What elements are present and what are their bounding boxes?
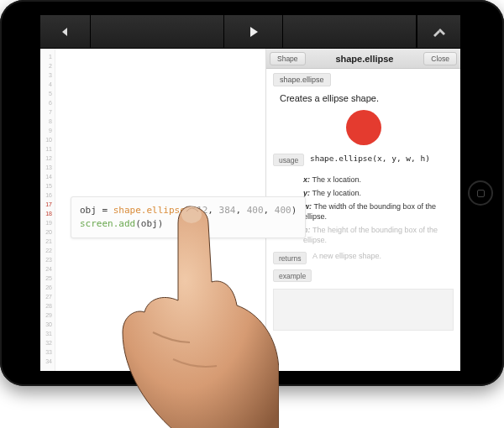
line-number: 21	[40, 237, 55, 246]
line-number: 4	[40, 80, 55, 89]
line-number: 10	[40, 135, 55, 144]
returns-tag: returns	[273, 252, 307, 264]
line-number: 34	[40, 357, 55, 366]
param-row: y: The y location.	[303, 188, 452, 198]
code-line: screen.add(obj)	[80, 217, 297, 231]
param-row: w: The width of the bounding box of the …	[303, 201, 452, 222]
line-number: 28	[40, 301, 55, 311]
line-number: 13	[40, 163, 55, 172]
line-number: 7	[40, 107, 55, 117]
line-number: 18	[40, 209, 55, 218]
doc-demo	[266, 107, 460, 154]
doc-breadcrumb: shape.ellipse	[266, 69, 460, 86]
line-number: 33	[40, 347, 55, 357]
doc-title: shape.ellipse	[309, 54, 421, 64]
line-number: 14	[40, 172, 55, 181]
doc-description: Creates a ellipse shape.	[266, 86, 460, 107]
toolbar-spacer-left	[91, 15, 224, 48]
tools-button[interactable]	[417, 15, 460, 48]
back-button[interactable]	[40, 15, 91, 48]
line-number: 8	[40, 117, 55, 126]
line-number: 12	[40, 154, 55, 163]
line-number: 25	[40, 274, 55, 283]
example-tag: example	[273, 269, 312, 282]
line-number: 2	[40, 61, 55, 70]
line-number: 6	[40, 98, 55, 107]
example-box	[273, 289, 454, 331]
play-button[interactable]	[224, 15, 283, 48]
line-number: 23	[40, 255, 55, 264]
param-row: h: The height of the bounding box of the…	[303, 225, 452, 245]
line-number: 17	[40, 200, 55, 209]
usage-signature: shape.ellipse(x, y, w, h)	[310, 154, 430, 163]
line-number: 16	[40, 191, 55, 200]
line-number: 15	[40, 181, 55, 191]
editor-pane[interactable]: 1234567891011121314151617181920212223242…	[40, 49, 265, 371]
line-number: 26	[40, 283, 55, 292]
param-row: x: The x location.	[303, 175, 452, 185]
code-snippet: obj = shape.ellipse(512, 384, 400, 400)s…	[71, 196, 306, 238]
tools-icon	[432, 26, 447, 38]
usage-section: usage shape.ellipse(x, y, w, h)	[266, 154, 460, 171]
breadcrumb-pill[interactable]: shape.ellipse	[273, 73, 331, 86]
line-number: 19	[40, 218, 55, 227]
arrow-left-icon	[59, 26, 72, 38]
tablet-bezel: 1234567891011121314151617181920212223242…	[0, 0, 504, 386]
returns-section: returns A new ellipse shape.	[266, 250, 460, 269]
line-number: 31	[40, 329, 55, 338]
line-number: 24	[40, 264, 55, 274]
line-number: 29	[40, 311, 55, 320]
ellipse-preview	[346, 110, 381, 145]
line-number: 27	[40, 292, 55, 301]
usage-tag: usage	[273, 154, 304, 166]
line-number: 5	[40, 89, 55, 98]
line-number: 9	[40, 126, 55, 135]
line-number: 32	[40, 338, 55, 347]
example-section: example	[266, 269, 460, 287]
line-number: 20	[40, 227, 55, 237]
home-button[interactable]	[468, 180, 493, 206]
code-line: obj = shape.ellipse(512, 384, 400, 400)	[80, 204, 297, 217]
play-icon	[248, 26, 260, 38]
doc-header: Shape shape.ellipse Close	[266, 49, 460, 69]
shape-button[interactable]: Shape	[270, 52, 306, 65]
toolbar	[40, 15, 460, 49]
line-number: 3	[40, 70, 55, 80]
line-number: 1	[40, 52, 55, 61]
returns-value: A new ellipse shape.	[312, 252, 381, 260]
close-button[interactable]: Close	[423, 52, 457, 65]
code-area[interactable]: obj = shape.ellipse(512, 384, 400, 400)s…	[55, 49, 265, 371]
app-screen: 1234567891011121314151617181920212223242…	[40, 15, 460, 371]
line-gutter: 1234567891011121314151617181920212223242…	[40, 49, 55, 371]
line-number: 11	[40, 144, 55, 154]
line-number: 22	[40, 246, 55, 255]
line-number: 30	[40, 320, 55, 329]
toolbar-spacer-right	[283, 15, 417, 48]
